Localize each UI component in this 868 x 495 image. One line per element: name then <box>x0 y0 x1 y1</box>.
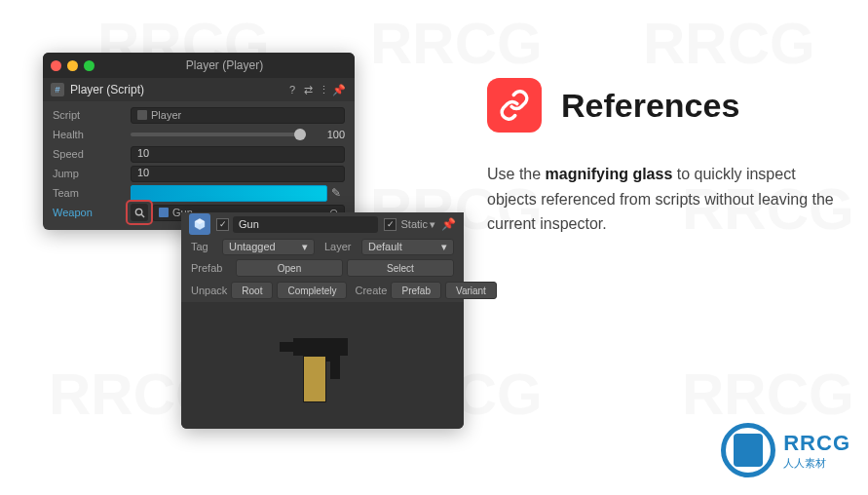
watermark: RRCG <box>682 361 854 428</box>
root-button[interactable]: Root <box>231 282 273 299</box>
chevron-down-icon: ▾ <box>441 241 447 253</box>
speed-field-row: Speed 10 <box>43 144 355 164</box>
tag-layer-row: Tag Untagged▾ Layer Default▾ <box>181 236 464 257</box>
team-color-field[interactable] <box>131 185 327 202</box>
health-field-row: Health 100 <box>43 125 355 144</box>
magnifying-glass-button[interactable] <box>131 204 148 221</box>
prefab-cube-icon <box>189 213 210 235</box>
preset-icon[interactable]: ⇄ <box>300 84 316 96</box>
svg-line-1 <box>141 214 144 217</box>
health-label: Health <box>53 129 131 140</box>
brand-sub: 人人素材 <box>783 456 850 471</box>
static-toggle[interactable]: ✓Static▾ <box>384 218 435 231</box>
svg-point-0 <box>135 209 141 214</box>
speed-label: Speed <box>53 148 131 160</box>
minimize-icon[interactable] <box>67 60 78 71</box>
create-label: Create <box>355 285 387 296</box>
pin-icon[interactable]: 📌 <box>331 84 347 96</box>
brand-badge-icon <box>721 423 775 477</box>
health-slider[interactable]: 100 <box>131 129 345 140</box>
cube-icon <box>159 208 169 217</box>
script-object-field[interactable]: Player <box>131 107 345 124</box>
jump-label: Jump <box>53 168 131 179</box>
titlebar[interactable]: Player (Player) <box>43 53 355 78</box>
active-checkbox[interactable]: ✓ <box>216 218 229 231</box>
layer-dropdown[interactable]: Default▾ <box>361 239 454 255</box>
help-icon[interactable]: ? <box>284 84 300 95</box>
gun-model <box>274 317 371 414</box>
script-value: Player <box>151 109 181 121</box>
search-icon <box>134 208 145 218</box>
pin-icon[interactable]: 📌 <box>441 217 456 231</box>
open-button[interactable]: Open <box>236 259 343 277</box>
model-preview[interactable] <box>181 302 464 429</box>
player-inspector-window: Player (Player) # Player (Script) ? ⇄ ⋮ … <box>43 53 355 230</box>
link-icon <box>487 78 542 133</box>
close-icon[interactable] <box>51 60 61 71</box>
script-label: Script <box>53 109 131 121</box>
select-button[interactable]: Select <box>347 259 454 277</box>
variant-button[interactable]: Variant <box>445 282 497 299</box>
unpack-label: Unpack <box>191 285 227 296</box>
maximize-icon[interactable] <box>84 60 94 71</box>
gameobject-name-input[interactable]: Gun <box>233 216 378 233</box>
chevron-down-icon: ▾ <box>302 241 308 253</box>
prefab-row: Prefab Open Select <box>181 257 464 279</box>
weapon-label: Weapon <box>53 207 131 218</box>
component-name: Player (Script) <box>70 83 284 96</box>
references-title: References <box>561 87 739 125</box>
references-description: Use the magnifying glass to quickly insp… <box>487 162 838 237</box>
speed-input[interactable]: 10 <box>131 146 345 163</box>
brand-logo: RRCG 人人素材 <box>721 423 850 477</box>
script-field-row: Script Player <box>43 105 355 125</box>
watermark: RRCG <box>370 10 543 77</box>
health-value: 100 <box>312 129 345 140</box>
tag-dropdown[interactable]: Untagged▾ <box>222 239 315 255</box>
team-label: Team <box>53 187 131 199</box>
jump-input[interactable]: 10 <box>131 166 345 182</box>
script-icon: # <box>51 83 64 96</box>
prefab-label: Prefab <box>191 262 232 274</box>
gun-inspector-popup: ✓ Gun ✓Static▾ 📌 Tag Untagged▾ Layer Def… <box>181 212 464 429</box>
info-panel: References Use the magnifying glass to q… <box>487 78 838 237</box>
color-picker-icon[interactable]: ✎ <box>327 186 345 200</box>
script-file-icon <box>137 110 147 120</box>
jump-field-row: Jump 10 <box>43 164 355 183</box>
unpack-create-row: Unpack Root Completely Create Prefab Var… <box>181 279 464 302</box>
completely-button[interactable]: Completely <box>277 282 347 299</box>
watermark: RRCG <box>643 10 815 77</box>
gameobject-header: ✓ Gun ✓Static▾ 📌 <box>181 212 464 236</box>
team-field-row: Team ✎ <box>43 183 355 203</box>
window-title: Player (Player) <box>102 58 347 72</box>
tag-label: Tag <box>191 241 218 252</box>
menu-icon[interactable]: ⋮ <box>316 84 331 96</box>
brand-name: RRCG <box>783 431 850 456</box>
layer-label: Layer <box>324 241 358 252</box>
prefab-button[interactable]: Prefab <box>391 282 440 299</box>
component-header[interactable]: # Player (Script) ? ⇄ ⋮ 📌 <box>43 78 355 101</box>
